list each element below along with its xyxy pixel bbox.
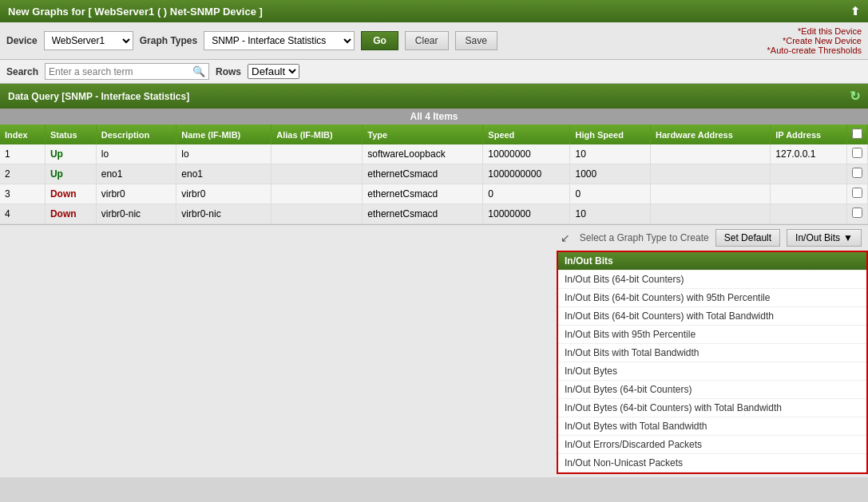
cell-type: ethernetCsmacd [363, 184, 483, 204]
set-default-button[interactable]: Set Default [715, 229, 780, 247]
cell-index: 2 [0, 164, 45, 184]
cell-ip [771, 164, 847, 184]
cell-status: Up [45, 144, 96, 164]
cell-hardware [651, 144, 771, 164]
device-select[interactable]: WebServer1 [44, 31, 133, 50]
cell-name: lo [176, 144, 271, 164]
cell-speed: 10000000 [483, 144, 570, 164]
cell-checkbox [847, 164, 868, 184]
toolbar: Device WebServer1 Graph Types SNMP - Int… [0, 22, 868, 60]
dropdown-item[interactable]: In/Out Bits (64-bit Counters) [558, 271, 866, 289]
col-checkbox [847, 125, 868, 144]
main-content: Index Status Description Name (IF-MIB) A… [0, 125, 868, 224]
select-graph-label: Select a Graph Type to Create [580, 232, 709, 243]
col-hardware: Hardware Address [651, 125, 771, 144]
title-text: New Graphs for [ WebServer1 ( ) Net-SNMP… [8, 6, 263, 18]
cell-highspeed: 0 [570, 184, 651, 204]
dropdown-item[interactable]: In/Out Bytes (64-bit Counters) [558, 381, 866, 399]
dropdown-item[interactable]: In/Out Bytes with Total Bandwidth [558, 417, 866, 436]
rows-select[interactable]: Default [248, 64, 299, 79]
col-name: Name (IF-MIB) [176, 125, 271, 144]
cell-index: 3 [0, 184, 45, 204]
back-icon[interactable]: ↙ [561, 231, 570, 244]
col-type: Type [363, 125, 483, 144]
section-title: Data Query [SNMP - Interface Statistics] [8, 91, 189, 102]
cell-speed: 0 [483, 184, 570, 204]
table-header-row: Index Status Description Name (IF-MIB) A… [0, 125, 868, 144]
cell-description: virbr0 [96, 184, 176, 204]
row-checkbox[interactable] [852, 188, 862, 198]
col-status: Status [45, 125, 96, 144]
refresh-icon[interactable]: ↻ [850, 89, 860, 104]
graph-type-dropdown-button[interactable]: In/Out Bits ▼ [787, 229, 862, 247]
select-all-checkbox[interactable] [852, 128, 862, 139]
cell-speed: 1000000000 [483, 164, 570, 184]
cell-name: virbr0-nic [176, 204, 271, 224]
dropdown-list: In/Out BitsIn/Out Bits (64-bit Counters)… [558, 252, 866, 472]
cell-name: eno1 [176, 164, 271, 184]
items-count: All 4 Items [0, 109, 868, 125]
dropdown-item[interactable]: In/Out Bits with 95th Percentile [558, 326, 866, 344]
go-button[interactable]: Go [361, 31, 398, 50]
cell-index: 1 [0, 144, 45, 164]
table-row: 4 Down virbr0-nic virbr0-nic ethernetCsm… [0, 204, 868, 224]
cell-highspeed: 10 [570, 144, 651, 164]
dropdown-item[interactable]: In/Out Bits (64-bit Counters) with Total… [558, 307, 866, 326]
save-button[interactable]: Save [455, 31, 497, 50]
graph-types-select[interactable]: SNMP - Interface Statistics [204, 31, 355, 50]
row-checkbox[interactable] [852, 168, 862, 178]
col-highspeed: High Speed [570, 125, 651, 144]
cell-description: lo [96, 144, 176, 164]
dropdown-item[interactable]: In/Out Bits (64-bit Counters) with 95th … [558, 289, 866, 307]
dropdown-label: In/Out Bits [795, 232, 840, 243]
cell-ip [771, 204, 847, 224]
bottom-section: ↙ Select a Graph Type to Create Set Defa… [0, 224, 868, 477]
cell-hardware [651, 164, 771, 184]
create-device-link[interactable]: *Create New Device [767, 36, 862, 45]
dropdown-item[interactable]: In/Out Bits with Total Bandwidth [558, 344, 866, 362]
cell-alias [271, 204, 363, 224]
cell-alias [271, 184, 363, 204]
dropdown-item[interactable]: In/Out Errors/Discarded Packets [558, 436, 866, 454]
title-bar: New Graphs for [ WebServer1 ( ) Net-SNMP… [0, 0, 868, 22]
row-checkbox[interactable] [852, 148, 862, 158]
col-description: Description [96, 125, 176, 144]
search-input-wrap: 🔍 [45, 63, 209, 80]
cell-ip [771, 184, 847, 204]
cell-name: virbr0 [176, 184, 271, 204]
cell-index: 4 [0, 204, 45, 224]
search-icon: 🔍 [192, 65, 205, 77]
right-links: *Edit this Device *Create New Device *Au… [767, 26, 862, 55]
cell-speed: 10000000 [483, 204, 570, 224]
cell-type: softwareLoopback [363, 144, 483, 164]
search-label: Search [6, 66, 38, 77]
search-bar: Search 🔍 Rows Default [0, 60, 868, 84]
cell-highspeed: 10 [570, 204, 651, 224]
cell-ip: 127.0.0.1 [771, 144, 847, 164]
cell-checkbox [847, 144, 868, 164]
dropdown-item[interactable]: In/Out Non-Unicast Packets [558, 454, 866, 472]
cell-highspeed: 1000 [570, 164, 651, 184]
table-row: 3 Down virbr0 virbr0 ethernetCsmacd 0 0 [0, 184, 868, 204]
row-checkbox[interactable] [852, 208, 862, 218]
auto-create-link[interactable]: *Auto-create Thresholds [767, 45, 862, 55]
expand-icon[interactable]: ⬆ [850, 5, 860, 18]
cell-description: virbr0-nic [96, 204, 176, 224]
dropdown-item[interactable]: In/Out Bits [558, 252, 866, 271]
graph-types-label: Graph Types [140, 35, 197, 46]
search-input[interactable] [49, 66, 192, 77]
dropdown-arrow-icon: ▼ [843, 232, 853, 243]
col-ip: IP Address [771, 125, 847, 144]
cell-checkbox [847, 184, 868, 204]
cell-type: ethernetCsmacd [363, 164, 483, 184]
section-header: Data Query [SNMP - Interface Statistics]… [0, 84, 868, 109]
clear-button[interactable]: Clear [405, 31, 449, 50]
cell-hardware [651, 204, 771, 224]
device-label: Device [6, 35, 38, 46]
col-alias: Alias (IF-MIB) [271, 125, 363, 144]
dropdown-item[interactable]: In/Out Bytes [558, 362, 866, 381]
cell-hardware [651, 184, 771, 204]
edit-device-link[interactable]: *Edit this Device [767, 26, 862, 36]
col-index: Index [0, 125, 45, 144]
dropdown-item[interactable]: In/Out Bytes (64-bit Counters) with Tota… [558, 399, 866, 417]
